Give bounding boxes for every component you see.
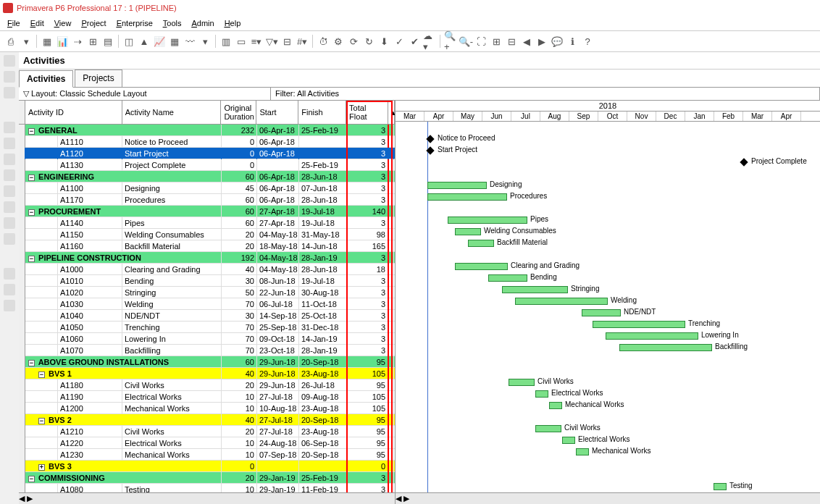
help-icon[interactable]: 💬 (551, 35, 564, 48)
zoom-fit-icon[interactable]: ⛶ (474, 35, 488, 48)
gantt-bar[interactable] (562, 437, 575, 444)
gantt-bar[interactable] (427, 193, 507, 201)
activity-row[interactable]: A1180Civil Works2029-Jun-1826-Jul-1895 (19, 379, 395, 391)
gantt-bar[interactable] (606, 332, 698, 340)
zoom-out-icon[interactable]: 🔍- (459, 35, 472, 48)
gantt-bar[interactable] (502, 286, 568, 293)
expand-toggle[interactable]: − (38, 371, 45, 378)
lt-add-icon[interactable] (4, 268, 15, 280)
expand-toggle[interactable]: − (28, 476, 35, 482)
lt-cut-icon[interactable] (4, 300, 15, 311)
group-row[interactable]: − PIPELINE CONSTRUCTION19204-May-1828-Ja… (19, 252, 395, 264)
hint-icon[interactable]: ? (581, 35, 594, 48)
group-row[interactable]: + BVS 300 (19, 461, 395, 472)
gantt-bar[interactable] (509, 379, 535, 386)
activity-row[interactable]: A1220Electrical Works1024-Aug-1806-Sep-1… (19, 437, 395, 449)
activity-row[interactable]: A1110Notice to Proceed006-Apr-183 (19, 136, 395, 148)
activity-row[interactable]: A1060Lowering In7009-Oct-1814-Jan-193 (19, 333, 395, 345)
layout-icon[interactable]: ▦ (41, 35, 54, 48)
group-row[interactable]: − ENGINEERING6006-Apr-1828-Jun-183 (19, 171, 395, 182)
gantt-bar[interactable] (619, 344, 712, 351)
activity-row[interactable]: A1070Backfilling7023-Oct-1828-Jan-193 (19, 345, 395, 356)
menu-enterprise[interactable]: Enterprise (117, 19, 153, 28)
drop-icon[interactable]: ▾ (198, 35, 212, 48)
activity-row[interactable]: A1140Pipes6027-Apr-1819-Jul-183 (19, 217, 395, 229)
col-duration[interactable]: Original Duration (221, 101, 256, 124)
milestone-icon[interactable] (740, 158, 748, 166)
group-row[interactable]: − BVS 14029-Jun-1823-Aug-18105 (19, 368, 395, 379)
lt-issue-icon[interactable] (4, 217, 15, 229)
network-icon[interactable]: ⊞ (86, 35, 99, 48)
expand-toggle[interactable]: − (28, 209, 35, 216)
lt-act-icon[interactable] (4, 138, 15, 149)
expand-toggle[interactable]: − (38, 418, 45, 424)
gantt-bar[interactable] (535, 390, 548, 398)
gantt-bar[interactable] (468, 240, 494, 247)
preview-icon[interactable]: ▾ (20, 35, 33, 48)
layout-label[interactable]: ▽ Layout: Classic Schedule Layout (19, 88, 271, 100)
gantt-hscroll[interactable]: ◀ ▶ (396, 492, 820, 504)
filter-label[interactable]: Filter: All Activities (271, 88, 820, 100)
gantt-bar[interactable] (714, 483, 727, 490)
schedule-icon[interactable]: ⏱ (317, 35, 330, 48)
level-icon[interactable]: ⚙ (332, 35, 345, 48)
activity-row[interactable]: A1130Project Complete025-Feb-193 (19, 159, 395, 171)
gantt-icon[interactable]: 📊 (56, 35, 69, 48)
milestone-icon[interactable] (426, 135, 434, 143)
expand-toggle[interactable]: − (28, 128, 35, 135)
milestone-icon[interactable] (426, 146, 434, 154)
filter-icon[interactable]: ▽▾ (265, 35, 278, 48)
expand-toggle[interactable]: − (28, 256, 35, 262)
col-activity-id[interactable]: Activity ID (25, 101, 122, 124)
group-row[interactable]: − BVS 24027-Jul-1820-Sep-1895 (19, 414, 395, 426)
lt-resources-icon[interactable] (4, 71, 15, 83)
activity-row[interactable]: A1170Procedures6006-Apr-1828-Jun-183 (19, 194, 395, 206)
expand-icon[interactable]: ⊞ (490, 35, 503, 48)
expand-toggle[interactable]: − (28, 175, 35, 181)
gantt-bar[interactable] (515, 298, 608, 305)
activity-row[interactable]: A1120Start Project006-Apr-183 (19, 148, 395, 159)
tab-activities[interactable]: Activities (19, 70, 73, 88)
gantt-bar[interactable] (455, 228, 481, 235)
activity-row[interactable]: A1040NDE/NDT3014-Sep-1825-Oct-183 (19, 310, 395, 322)
gantt-bar[interactable] (427, 182, 487, 189)
lt-del-icon[interactable] (4, 284, 15, 295)
col-indicator[interactable]: ▴ (388, 101, 395, 124)
columns-icon[interactable]: ▥ (219, 35, 233, 48)
tab-projects[interactable]: Projects (75, 70, 122, 87)
hash-icon[interactable]: #▾ (296, 35, 309, 48)
resource-icon[interactable]: ◫ (122, 35, 135, 48)
activity-row[interactable]: A1150Welding Consumables2004-May-1831-Ma… (19, 229, 395, 240)
menu-project[interactable]: Project (81, 19, 106, 28)
commit-icon[interactable]: ✔ (408, 35, 421, 48)
expand-toggle[interactable]: + (38, 464, 45, 471)
expand-toggle[interactable]: − (28, 360, 35, 366)
zoom-in-icon[interactable]: 🔍+ (444, 35, 457, 48)
menu-view[interactable]: View (54, 19, 72, 28)
activity-row[interactable]: A1020Stringing5022-Jun-1830-Aug-183 (19, 287, 395, 298)
lt-assign-icon[interactable] (4, 154, 15, 165)
activity-row[interactable]: A1210Civil Works2027-Jul-1823-Aug-1895 (19, 426, 395, 437)
gantt-bar[interactable] (448, 217, 527, 224)
chart-icon[interactable]: 📈 (153, 35, 166, 48)
lt-risk-icon[interactable] (4, 233, 15, 245)
table-icon[interactable]: ▤ (101, 35, 114, 48)
lt-wp-icon[interactable] (4, 169, 15, 181)
trace-icon[interactable]: ⇢ (71, 35, 84, 48)
profile-icon[interactable]: ▲ (138, 35, 151, 48)
info-icon[interactable]: ℹ (566, 35, 579, 48)
lt-reports-icon[interactable] (4, 87, 15, 98)
recalc-icon[interactable]: ↻ (362, 35, 375, 48)
gantt-bar[interactable] (488, 274, 527, 282)
collapse-icon[interactable]: ⊟ (505, 35, 518, 48)
gantt-bar[interactable] (549, 402, 562, 409)
gantt-bar[interactable] (455, 263, 508, 270)
claim-icon[interactable]: ✓ (393, 35, 406, 48)
activity-row[interactable]: A1010Bending3008-Jun-1819-Jul-183 (19, 275, 395, 287)
group-row[interactable]: − PROCUREMENT6027-Apr-1819-Jul-18140 (19, 206, 395, 217)
col-start[interactable]: Start (256, 101, 298, 124)
activity-row[interactable]: A1230Mechanical Works1007-Sep-1820-Sep-1… (19, 449, 395, 461)
gantt-bar[interactable] (535, 425, 561, 432)
col-activity-name[interactable]: Activity Name (122, 101, 222, 124)
lt-thresh-icon[interactable] (4, 201, 15, 213)
